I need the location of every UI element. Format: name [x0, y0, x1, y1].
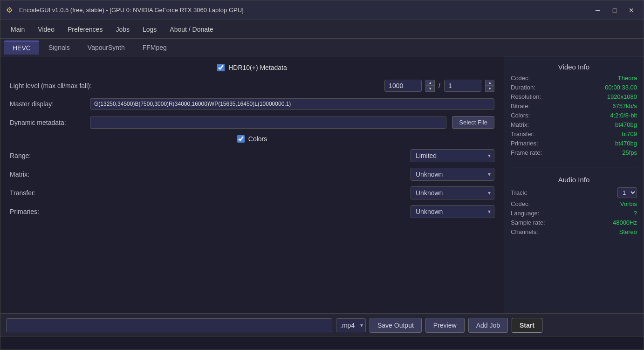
hdr-checkbox[interactable] — [217, 64, 225, 71]
vi-matrix-value: bt470bg — [615, 121, 637, 128]
ai-language-value: ? — [634, 210, 637, 217]
format-select[interactable]: .mp4 .mkv .mov — [336, 318, 366, 332]
vi-transfer-label: Transfer: — [511, 130, 535, 137]
primaries-select[interactable]: Unknown bt709 bt2020 — [411, 205, 494, 218]
add-job-button[interactable]: Add Job — [468, 318, 508, 333]
light-level-spinbox2[interactable] — [444, 80, 481, 92]
ai-codec-label: Codec: — [511, 200, 530, 207]
app-icon: ⚙ — [6, 6, 15, 15]
tab-ffmpeg[interactable]: FFMpeg — [134, 41, 175, 54]
ai-track-row: Track: 1 2 — [511, 187, 637, 198]
vi-codec-label: Codec: — [511, 75, 530, 82]
ai-track-label: Track: — [511, 189, 528, 196]
ai-track-select[interactable]: 1 2 — [617, 187, 637, 198]
tab-hevc[interactable]: HEVC — [4, 41, 39, 55]
light-level-row: Light level (max cll/max fall): ▴ ▾ / ▴ … — [10, 80, 494, 92]
menu-item-logs[interactable]: Logs — [136, 23, 163, 36]
light-level-spinbox-group: ▴ ▾ / ▴ ▾ — [384, 80, 494, 92]
ai-channels-value: Stereo — [619, 228, 637, 235]
vi-duration-value: 00:00:33.00 — [605, 84, 637, 91]
spinbox2-buttons: ▴ ▾ — [485, 80, 494, 92]
sidebar: Video Info Codec: Theora Duration: 00:00… — [504, 56, 644, 313]
save-output-button[interactable]: Save Output — [370, 318, 422, 333]
output-path-input[interactable] — [6, 318, 332, 332]
spinbox1-up[interactable]: ▴ — [425, 80, 435, 86]
maximize-button[interactable]: □ — [608, 5, 621, 16]
window-title: EncodeGUI v1.0.5 (free, stable) - [GPU 0… — [19, 7, 591, 14]
primaries-row: Primaries: Unknown bt709 bt2020 — [10, 205, 494, 218]
dynamic-metadata-row: Dynamic metadata: Select File — [10, 116, 494, 129]
range-row: Range: Limited Full — [10, 149, 494, 162]
main-panel: HDR10(+) Metadata Light level (max cll/m… — [0, 56, 504, 313]
menu-item-video[interactable]: Video — [31, 23, 61, 36]
vi-codec-row: Codec: Theora — [511, 75, 637, 82]
spinbox1-buttons: ▴ ▾ — [425, 80, 435, 92]
hdr-checkbox-label: HDR10(+) Metadata — [228, 64, 287, 71]
vi-framerate-row: Frame rate: 25fps — [511, 149, 637, 156]
master-display-label: Master display: — [10, 100, 84, 108]
menu-item-main[interactable]: Main — [4, 23, 31, 36]
preview-button[interactable]: Preview — [425, 318, 465, 333]
colors-section: Colors Range: Limited Full Matrix: — [10, 135, 494, 218]
transfer-select[interactable]: Unknown bt709 smpte2084 — [411, 186, 494, 199]
ai-channels-label: Channels: — [511, 228, 538, 235]
format-select-wrapper: .mp4 .mkv .mov — [336, 318, 366, 332]
menu-item-about[interactable]: About / Donate — [163, 23, 219, 36]
vi-resolution-value: 1920x1080 — [607, 93, 637, 100]
range-dropdown-wrapper: Limited Full — [411, 149, 494, 162]
vi-primaries-row: Primaries: bt470bg — [511, 140, 637, 147]
title-bar: ⚙ EncodeGUI v1.0.5 (free, stable) - [GPU… — [0, 0, 644, 20]
hdr-checkbox-row: HDR10(+) Metadata — [10, 64, 494, 71]
menu-bar: MainVideoPreferencesJobsLogsAbout / Dona… — [0, 20, 644, 39]
menu-item-preferences[interactable]: Preferences — [61, 23, 109, 36]
colors-checkbox-label: Colors — [248, 135, 267, 143]
close-button[interactable]: ✕ — [625, 5, 638, 16]
video-info-section: Video Info Codec: Theora Duration: 00:00… — [511, 63, 637, 158]
vi-matrix-label: Matrix: — [511, 121, 529, 128]
video-info-title: Video Info — [511, 63, 637, 71]
ai-samplerate-value: 48000Hz — [613, 219, 637, 226]
bottom-bar: .mp4 .mkv .mov Save Output Preview Add J… — [0, 313, 644, 336]
tab-vapoursynth[interactable]: VapourSynth — [79, 41, 133, 54]
spinbox2-down[interactable]: ▾ — [485, 86, 494, 92]
ai-language-row: Language: ? — [511, 210, 637, 217]
start-button[interactable]: Start — [512, 318, 542, 333]
light-level-label: Light level (max cll/max fall): — [10, 82, 92, 89]
primaries-label: Primaries: — [10, 208, 56, 215]
master-display-row: Master display: — [10, 98, 494, 110]
master-display-input[interactable] — [90, 98, 494, 110]
vi-bitrate-row: Bitrate: 6757kb/s — [511, 103, 637, 110]
vi-framerate-label: Frame rate: — [511, 149, 542, 156]
audio-info-section: Audio Info Track: 1 2 Codec: Vorbis Lang… — [511, 176, 637, 238]
vi-colors-row: Colors: 4:2:0/8-bit — [511, 112, 637, 119]
content-area: HDR10(+) Metadata Light level (max cll/m… — [0, 56, 644, 313]
tabs-bar: HEVCSignalsVapourSynthFFMpeg — [0, 39, 644, 56]
vi-resolution-label: Resolution: — [511, 93, 541, 100]
matrix-select[interactable]: Unknown bt709 bt2020nc — [411, 168, 494, 181]
vi-bitrate-label: Bitrate: — [511, 103, 530, 110]
range-label: Range: — [10, 152, 56, 159]
vi-colors-value: 4:2:0/8-bit — [610, 112, 637, 119]
application-window: ⚙ EncodeGUI v1.0.5 (free, stable) - [GPU… — [0, 0, 644, 350]
ai-samplerate-row: Sample rate: 48000Hz — [511, 219, 637, 226]
colors-checkbox-row: Colors — [10, 135, 494, 143]
status-bar — [0, 336, 644, 350]
spinbox2-up[interactable]: ▴ — [485, 80, 494, 86]
ai-language-label: Language: — [511, 210, 539, 217]
menu-item-jobs[interactable]: Jobs — [109, 23, 136, 36]
vi-duration-row: Duration: 00:00:33.00 — [511, 84, 637, 91]
tab-signals[interactable]: Signals — [40, 41, 78, 54]
range-select[interactable]: Limited Full — [411, 149, 494, 162]
vi-resolution-row: Resolution: 1920x1080 — [511, 93, 637, 100]
light-level-spinbox1[interactable] — [384, 80, 422, 92]
audio-info-title: Audio Info — [511, 176, 637, 184]
select-file-button[interactable]: Select File — [452, 116, 494, 129]
minimize-button[interactable]: ─ — [591, 5, 604, 16]
ai-samplerate-label: Sample rate: — [511, 219, 545, 226]
colors-checkbox[interactable] — [237, 135, 245, 143]
matrix-dropdown-wrapper: Unknown bt709 bt2020nc — [411, 168, 494, 181]
dynamic-metadata-input[interactable] — [90, 117, 446, 129]
vi-primaries-label: Primaries: — [511, 140, 538, 147]
vi-primaries-value: bt470bg — [615, 140, 637, 147]
spinbox1-down[interactable]: ▾ — [425, 86, 435, 92]
